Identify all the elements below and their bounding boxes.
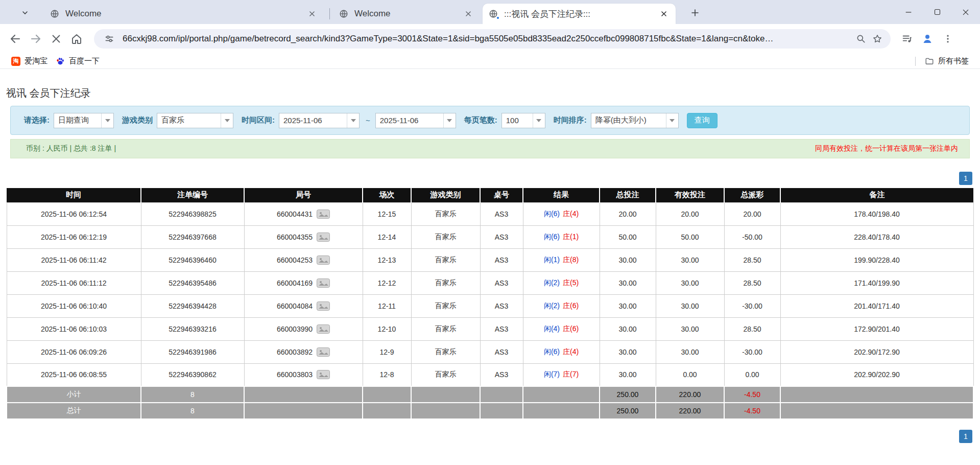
baidu-paw-favicon-icon [56,57,65,66]
page-size-select[interactable]: 100 [501,113,545,128]
dropdown-arrow-icon[interactable] [347,113,359,128]
tab-title: :::视讯 会员下注纪录::: [504,8,653,20]
video-thumbnail-icon[interactable] [317,347,330,357]
subtotal-empty-cell [523,386,600,403]
total-empty-cell [244,403,363,419]
dropdown-arrow-icon[interactable] [221,113,233,128]
all-bookmarks-button[interactable]: 所有书签 [921,55,973,67]
select-type-label: 请选择: [24,115,50,125]
dropdown-arrow-icon[interactable] [101,113,113,128]
tab-close-icon[interactable] [306,8,318,19]
total-empty-cell [480,403,523,419]
tab-welcome-2[interactable]: Welcome [333,4,480,24]
video-thumbnail-icon[interactable] [317,278,330,288]
cell-total-bet-link[interactable]: 50.00 [600,225,656,248]
bookmark-baidu[interactable]: 百度一下 [52,55,104,67]
cell-round: 660003990 [244,317,363,340]
bookmark-taobao[interactable]: 淘 爱淘宝 [7,55,52,67]
cell-payout: -30.00 [724,340,780,363]
tab-welcome-1[interactable]: Welcome [44,4,324,24]
cell-result: 闲(6)庄(4) [523,202,600,225]
media-controls-button[interactable] [897,29,917,49]
cell-total-bet-link[interactable]: 30.00 [600,294,656,317]
video-thumbnail-icon[interactable] [317,324,330,334]
cell-total-bet-link[interactable]: 30.00 [600,271,656,294]
maximize-button[interactable] [923,0,951,24]
page-number-button[interactable]: 1 [959,430,972,443]
video-thumbnail-icon[interactable] [317,232,330,242]
result-player: 闲(6) [544,210,560,218]
stop-loading-button[interactable] [46,29,66,49]
dropdown-arrow-icon[interactable] [533,113,545,128]
pagination-bottom: 1 [0,430,980,443]
tab-search-button[interactable] [18,6,32,19]
folder-icon [925,57,934,66]
cell-bet-id: 522946396460 [141,248,244,271]
round-number: 660004431 [277,210,313,218]
date-from-select[interactable]: 2025-11-06 [279,113,360,128]
dropdown-arrow-icon[interactable] [443,113,456,128]
col-header-round: 局号 [244,188,363,202]
cell-total-bet-link[interactable]: 30.00 [600,363,656,386]
game-type-select[interactable]: 百家乐 [157,113,233,128]
cell-table-no: AS3 [480,271,523,294]
cell-session: 12-13 [363,248,411,271]
home-icon [70,33,83,45]
browser-menu-button[interactable] [938,29,958,49]
table-row: 2025-11-06 06:12:54 522946398825 6600044… [7,202,973,225]
col-header-result: 结果 [523,188,600,202]
cell-payout: 20.00 [724,202,780,225]
col-header-remark: 备注 [780,188,973,202]
valid-bet-notice-text: 同局有效投注，统一计算在该局第一张注单内 [815,144,958,153]
url-text[interactable]: 66cxkj98.com/ipl/portal.php/game/betreco… [123,34,853,44]
cell-result: 闲(7)庄(7) [523,363,600,386]
cell-total-bet-link[interactable]: 30.00 [600,248,656,271]
forward-button[interactable] [26,29,46,49]
page-number-button[interactable]: 1 [959,172,972,185]
cell-round: 660004253 [244,248,363,271]
total-count: 8 [141,403,244,419]
cell-table-no: AS3 [480,340,523,363]
cell-round: 660003892 [244,340,363,363]
result-player: 闲(2) [544,278,560,287]
cell-valid-bet: 30.00 [656,248,724,271]
profile-button[interactable] [917,29,938,49]
date-from-value: 2025-11-06 [279,116,347,125]
cell-session: 12-8 [363,363,411,386]
cell-total-bet-link[interactable]: 20.00 [600,202,656,225]
tab-close-icon[interactable] [463,8,474,19]
browser-toolbar: 66cxkj98.com/ipl/portal.php/game/betreco… [0,24,980,54]
cell-result: 闲(2)庄(5) [523,271,600,294]
page-size-value: 100 [502,116,533,125]
subtotal-payout: -4.50 [724,386,780,403]
dropdown-arrow-icon[interactable] [666,113,678,128]
result-banker: 庄(6) [563,324,579,333]
back-button[interactable] [5,29,26,49]
tab-close-icon[interactable] [658,8,670,19]
search-button[interactable]: 查询 [687,113,718,128]
bookmark-star-icon[interactable] [869,31,886,47]
minimize-button[interactable] [894,0,923,24]
home-button[interactable] [66,29,87,49]
video-thumbnail-icon[interactable] [317,255,330,265]
bookmark-label: 百度一下 [69,56,100,66]
cell-total-bet-link[interactable]: 30.00 [600,317,656,340]
tab-bet-records-active[interactable]: :::视讯 会员下注纪录::: [483,4,676,24]
cell-total-bet-link[interactable]: 30.00 [600,340,656,363]
new-tab-button[interactable] [688,6,702,19]
video-thumbnail-icon[interactable] [317,301,330,311]
close-window-button[interactable] [951,0,980,24]
cell-round: 660004431 [244,202,363,225]
sort-order-select[interactable]: 降幂(由大到小) [591,113,679,128]
query-type-select[interactable]: 日期查询 [54,113,114,128]
address-bar[interactable]: 66cxkj98.com/ipl/portal.php/game/betreco… [94,29,891,49]
round-number: 660004355 [277,233,313,241]
zoom-icon[interactable] [853,31,869,47]
date-to-select[interactable]: 2025-11-06 [375,113,456,128]
cell-remark: 202.90/202.90 [780,363,973,386]
video-thumbnail-icon[interactable] [317,370,330,379]
total-valid-bet: 220.00 [656,403,724,419]
site-info-icon[interactable] [101,31,117,47]
cell-time: 2025-11-06 06:11:42 [7,248,141,271]
video-thumbnail-icon[interactable] [317,210,330,219]
